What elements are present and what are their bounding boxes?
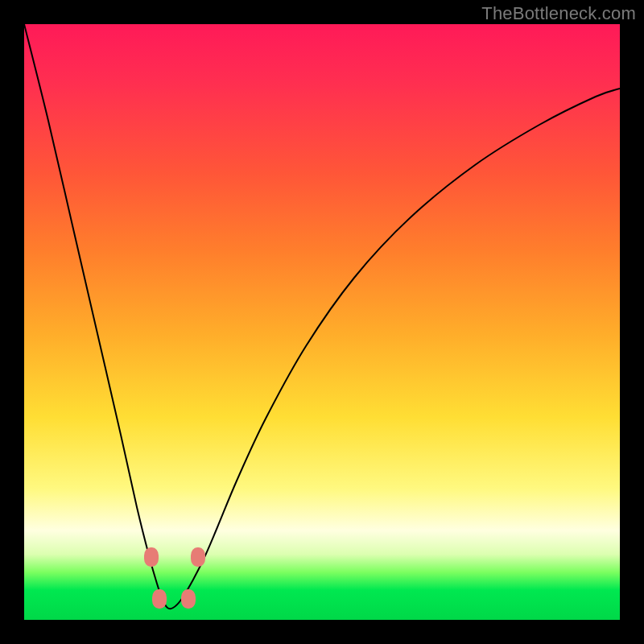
chart-frame: TheBottleneck.com [0, 0, 644, 644]
marker-right-lower [181, 589, 196, 609]
marker-left-lower [152, 589, 167, 609]
plot-area [24, 24, 620, 620]
marker-layer [24, 24, 620, 620]
marker-left-upper [144, 547, 159, 567]
marker-right-upper [191, 547, 205, 567]
watermark-label: TheBottleneck.com [481, 3, 636, 24]
